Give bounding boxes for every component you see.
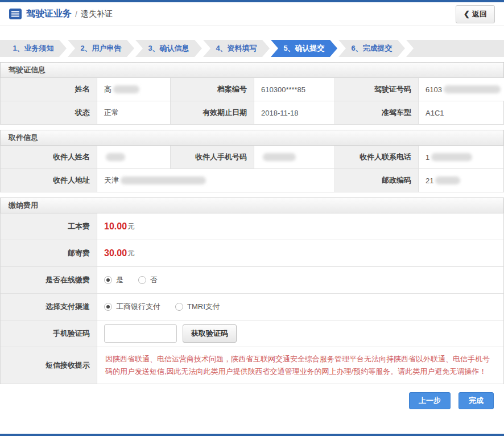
breadcrumb-current: 遗失补证: [81, 9, 113, 19]
radio-no[interactable]: 否: [138, 275, 158, 285]
fee-unit: 元: [127, 248, 135, 258]
radio-tmri-pay[interactable]: TMRI支付: [175, 302, 220, 312]
chevron-left-icon: ❮: [464, 10, 470, 18]
label-name: 姓名: [1, 78, 97, 101]
fees-table: 工本费 10.00元 邮寄费 30.00元 是否在线缴费 是 否 选择支付渠道 …: [0, 213, 504, 384]
label-recipient-phone: 收件人联系电话: [335, 146, 419, 168]
step-4-fill-data[interactable]: 4、资料填写: [203, 40, 270, 57]
value-recipient-name: [97, 146, 171, 168]
table-row: 选择支付渠道 工商银行支付 TMRI支付: [1, 293, 503, 320]
label-license-number: 驾驶证号码: [335, 78, 419, 101]
redacted-text: [113, 85, 139, 93]
radio-button-icon: [104, 303, 112, 311]
value-vehicle-class: A1C1: [419, 101, 503, 124]
table-row: 邮寄费 30.00元: [1, 240, 503, 266]
get-sms-code-button[interactable]: 获取验证码: [183, 324, 237, 343]
radio-button-icon: [138, 276, 146, 284]
label-status: 状态: [1, 101, 97, 124]
label-recipient-name: 收件人姓名: [1, 146, 97, 168]
breadcrumb-divider: /: [75, 10, 77, 19]
value-status: 正常: [97, 101, 171, 124]
value-license-number: 6103: [419, 78, 504, 101]
back-button-label: 返回: [472, 10, 487, 18]
label-postcode: 邮政编码: [335, 169, 419, 192]
redacted-text: [121, 176, 206, 184]
label-sms-code: 手机验证码: [1, 320, 97, 347]
pickup-table: 收件人姓名 收件人手机号码 收件人联系电话 1 收件人地址 天津 邮政编码 21: [0, 146, 504, 192]
fee-unit: 元: [127, 221, 135, 232]
radio-icbc-pay[interactable]: 工商银行支付: [104, 302, 160, 312]
label-postage-fee: 邮寄费: [1, 240, 97, 266]
value-valid-until: 2018-11-18: [254, 101, 335, 124]
form-list-icon: [9, 9, 22, 19]
fee-amount: 10.00: [104, 221, 127, 232]
label-recipient-mobile: 收件人手机号码: [171, 146, 254, 168]
step-5-confirm-submit-active[interactable]: 5、确认提交: [271, 40, 337, 57]
redacted-text: [435, 176, 460, 184]
label-vehicle-class: 准驾车型: [335, 101, 419, 124]
table-row: 手机验证码 获取验证码: [1, 320, 503, 347]
label-recipient-address: 收件人地址: [1, 169, 97, 192]
sms-code-field: 获取验证码: [97, 320, 503, 347]
radio-yes[interactable]: 是: [104, 275, 123, 285]
step-1-business-notice[interactable]: 1、业务须知: [0, 40, 67, 57]
label-production-fee: 工本费: [1, 213, 97, 240]
payment-channel-options: 工商银行支付 TMRI支付: [97, 294, 503, 320]
section-pickup-info: 取件信息 收件人姓名 收件人手机号码 收件人联系电话 1 收件人地址 天津 邮政…: [0, 130, 504, 192]
label-payment-channel: 选择支付渠道: [1, 294, 97, 320]
value-postcode: 21: [419, 169, 503, 192]
redacted-text: [431, 153, 472, 161]
step-2-user-declaration[interactable]: 2、用户申告: [68, 40, 134, 57]
step-6-complete-submit[interactable]: 6、完成提交: [338, 40, 405, 57]
page: 驾驶证业务 / 遗失补证 ❮返回 1、业务须知 2、用户申告 3、确认信息 4、…: [0, 0, 504, 436]
sms-notice-text: 因陕西省联通、电信运营商技术问题，陕西省互联网交通安全综合服务管理平台无法向持陕…: [97, 347, 503, 384]
table-row: 收件人姓名 收件人手机号码 收件人联系电话 1: [1, 146, 503, 168]
table-row: 工本费 10.00元: [1, 213, 503, 240]
license-table: 姓名 高 档案编号 610300****85 驾驶证号码 6103 状态 正常 …: [0, 78, 504, 125]
table-row: 状态 正常 有效期止日期 2018-11-18 准驾车型 A1C1: [1, 101, 503, 124]
label-file-number: 档案编号: [171, 78, 254, 101]
value-file-number: 610300****85: [254, 78, 335, 101]
finish-button[interactable]: 完成: [458, 392, 494, 409]
section-license-info: 驾驶证信息 姓名 高 档案编号 610300****85 驾驶证号码 6103 …: [0, 62, 504, 125]
redacted-text: [263, 153, 296, 161]
header-bar: 驾驶证业务 / 遗失补证 ❮返回: [0, 2, 504, 26]
value-recipient-phone: 1: [419, 146, 503, 168]
online-payment-options: 是 否: [97, 267, 503, 293]
label-valid-until: 有效期止日期: [171, 101, 254, 124]
redacted-text: [106, 153, 125, 161]
footer-actions: 上一步 完成: [0, 384, 504, 409]
section-fees: 缴纳费用 工本费 10.00元 邮寄费 30.00元 是否在线缴费 是 否 选择…: [0, 198, 504, 384]
label-online-payment: 是否在线缴费: [1, 267, 97, 293]
section-title-fees: 缴纳费用: [0, 198, 504, 213]
radio-button-icon: [104, 276, 112, 284]
fee-amount: 30.00: [104, 248, 127, 258]
value-recipient-address: 天津: [97, 169, 335, 192]
table-row: 姓名 高 档案编号 610300****85 驾驶证号码 6103: [1, 78, 503, 101]
section-title-license: 驾驶证信息: [0, 62, 504, 78]
step-bar-filler: [406, 40, 504, 57]
sms-code-input[interactable]: [104, 324, 177, 343]
table-row: 收件人地址 天津 邮政编码 21: [1, 168, 503, 192]
value-name: 高: [97, 78, 171, 101]
back-button[interactable]: ❮返回: [456, 5, 495, 23]
bottom-accent-line: [0, 434, 504, 436]
value-postage-fee: 30.00元: [97, 240, 503, 266]
value-production-fee: 10.00元: [97, 213, 503, 240]
table-row: 短信接收提示 因陕西省联通、电信运营商技术问题，陕西省互联网交通安全综合服务管理…: [1, 347, 503, 384]
radio-button-icon: [175, 303, 183, 311]
step-3-confirm-info[interactable]: 3、确认信息: [135, 40, 202, 57]
page-title: 驾驶证业务: [26, 8, 72, 20]
previous-step-button[interactable]: 上一步: [409, 392, 451, 409]
label-sms-notice: 短信接收提示: [1, 347, 97, 384]
step-wizard: 1、业务须知 2、用户申告 3、确认信息 4、资料填写 5、确认提交 6、完成提…: [0, 40, 504, 57]
section-title-pickup: 取件信息: [0, 130, 504, 146]
value-recipient-mobile: [254, 146, 335, 168]
redacted-text: [444, 85, 501, 93]
table-row: 是否在线缴费 是 否: [1, 266, 503, 293]
